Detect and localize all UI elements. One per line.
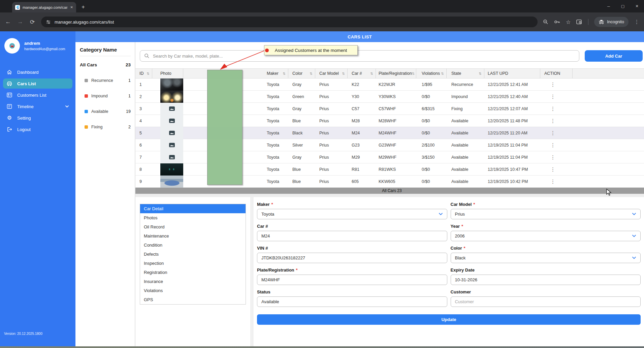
column-header-car[interactable]: Car #⇅ [348,69,376,78]
select-chevron-icon [439,213,443,216]
browser-menu-icon[interactable]: ⋮ [634,19,639,25]
detail-tab-photos[interactable]: Photos [140,213,246,222]
category-color-swatch [85,125,88,129]
cell-maker: Toyota [264,119,288,123]
column-header-color[interactable]: Color⇅ [288,69,315,78]
all-cars-row[interactable]: All Cars 23 [80,62,131,67]
sidebar-item-cars-list[interactable]: Cars List [3,78,72,89]
column-header-id[interactable]: ID⇅ [135,69,152,78]
window-close-icon[interactable]: ✕ [630,0,644,12]
forward-icon[interactable]: → [17,19,24,25]
table-footer-scrollbar[interactable]: All Cars 23 [135,188,644,194]
cell-color: Silver [288,143,315,148]
year-select[interactable]: 2006 [451,231,641,241]
category-item-recurrence[interactable]: Recurrence1 [80,78,131,83]
search-input[interactable] [140,50,579,62]
user-email: hardwood4us@gmail.com [24,47,65,51]
status-input[interactable]: Available [257,296,447,307]
zoom-icon[interactable] [543,19,548,25]
site-info-icon[interactable] [46,20,51,25]
expiry-date-input[interactable]: 10-31-2026 [451,275,641,285]
avatar[interactable]: 🚘 [4,38,20,54]
vin-input[interactable]: JTDKB20U263182227 [257,253,447,263]
column-header-state[interactable]: State⇅ [447,69,484,78]
sort-icon[interactable]: ⇅ [342,72,345,75]
sort-icon[interactable]: ⇅ [283,72,286,75]
sort-icon[interactable]: ⇅ [147,72,150,75]
color-select[interactable]: Black [451,253,641,263]
column-label: LAST UPD [488,71,508,76]
detail-tab-defects[interactable]: Defects [140,250,246,259]
field-label: Customer [451,289,471,294]
sidebar-item-customers-list[interactable]: Customers List [3,90,72,100]
reload-icon[interactable]: ⟳ [29,19,36,26]
tab-close-icon[interactable]: ✕ [70,5,73,9]
form-field-year: Year*2006 [451,224,641,241]
row-menu-icon[interactable]: ⋮ [550,106,555,112]
sidebar-item-dashboard[interactable]: Dashboard [3,67,72,77]
sort-icon[interactable]: ⇅ [479,72,482,75]
row-menu-icon[interactable]: ⋮ [550,166,555,172]
tab-search-icon[interactable] [576,19,582,25]
cell-action: ⋮ [540,166,573,172]
vertical-scrollbar[interactable] [251,197,253,346]
row-menu-icon[interactable]: ⋮ [550,142,555,148]
minimize-icon[interactable]: ─ [602,0,616,12]
sidebar-item-timeline[interactable]: Timeline [3,101,72,112]
field-label: Maker [257,202,270,207]
row-menu-icon[interactable]: ⋮ [550,118,555,124]
sort-icon[interactable]: ⇅ [310,72,313,75]
row-menu-icon[interactable]: ⋮ [550,82,555,87]
detail-tab-violations[interactable]: Violations [140,286,246,295]
select-chevron-icon [632,213,636,216]
column-header-car-model[interactable]: Car Model⇅ [315,69,348,78]
sidebar-item-setting[interactable]: ⚙Setting [3,113,72,123]
row-menu-icon[interactable]: ⋮ [550,179,555,184]
password-key-icon[interactable] [554,19,560,25]
category-color-swatch [85,79,88,82]
plate-registration-input[interactable]: M24WHF [257,275,447,285]
category-item-fixing[interactable]: Fixing2 [80,125,131,129]
row-menu-icon[interactable]: ⋮ [550,94,555,99]
sort-icon[interactable]: ⇅ [441,72,444,75]
row-menu-icon[interactable]: ⋮ [550,130,555,136]
select-chevron-icon [632,256,636,259]
sidebar-item-label: Setting [17,116,31,121]
back-icon[interactable]: ← [5,19,11,25]
car-photo: 8 8 [160,163,183,176]
detail-tab-car-detail[interactable]: Car Detail [140,204,246,213]
detail-tab-condition[interactable]: Condition [140,241,246,250]
sort-icon[interactable]: ⇅ [371,72,373,75]
maker-select[interactable]: Toyota [257,209,447,219]
detail-tab-inspection[interactable]: Inspection [140,259,246,268]
detail-tab-maintenance[interactable]: Maintenance [140,231,246,241]
detail-tab-insurance[interactable]: Insurance [140,277,246,286]
sort-icon[interactable]: ⇅ [412,72,415,75]
category-count: 1 [128,78,131,83]
detail-tab-gps[interactable]: GPS [140,295,246,304]
category-item-available[interactable]: Available19 [80,109,131,114]
customer-input[interactable]: Customer [451,296,641,307]
car-input[interactable]: M24 [257,231,447,241]
add-car-button[interactable]: Add Car [585,50,643,62]
url-bar[interactable]: manager.alugago.com/cars/list [41,17,538,27]
update-button[interactable]: Update [257,314,641,325]
sidebar-item-logout[interactable]: Logout [3,124,72,134]
detail-tab-oil-record[interactable]: Oil Record [140,222,246,231]
field-value: Black [455,255,466,260]
new-tab-icon[interactable]: + [82,4,85,10]
column-header-violations[interactable]: Violations⇅ [416,69,447,78]
category-item-impound[interactable]: Impound1 [80,94,131,98]
row-menu-icon[interactable]: ⋮ [550,154,555,160]
maximize-icon[interactable]: ▢ [616,0,630,12]
browser-tab[interactable]: manager.alugago.com/cars/list ✕ [12,2,76,12]
category-label: Recurrence [91,78,113,83]
cell-last_upd: 12/21/2025 11:20 AM [484,131,540,135]
detail-tab-registration[interactable]: Registration [140,268,246,277]
cell-plate: G23WHF [376,143,416,148]
bookmark-star-icon[interactable]: ☆ [566,19,571,25]
form-field-plate-registration: Plate/Registration*M24WHF [257,267,447,285]
column-header-plate-registration[interactable]: Plate/Registration⇅ [376,69,416,78]
cell-color: Gray [288,155,315,160]
car-model-select[interactable]: Prius [451,209,641,219]
